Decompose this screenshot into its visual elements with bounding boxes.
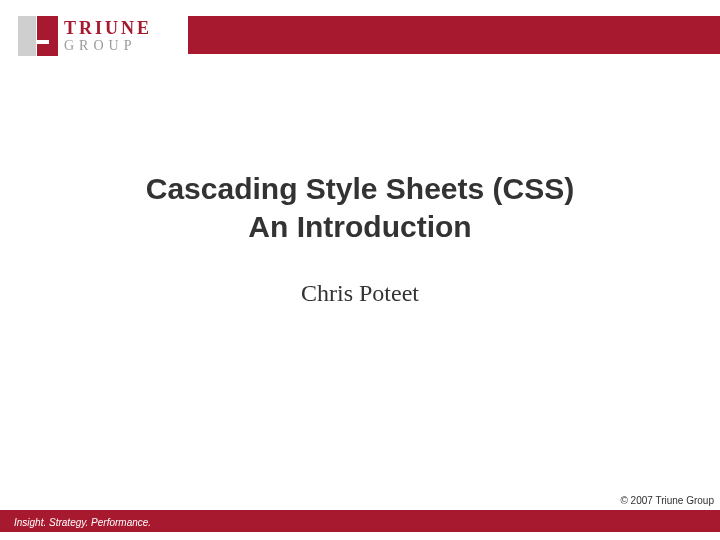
logo-mark-icon [18,16,58,56]
copyright-text: © 2007 Triune Group [620,495,714,506]
footer-tagline: Insight. Strategy. Performance. [14,517,151,528]
logo-text: TRIUNE GROUP [64,19,152,53]
header-bar [188,16,720,54]
title-line2: An Introduction [0,208,720,246]
title-line1: Cascading Style Sheets (CSS) [0,170,720,208]
logo-line2: GROUP [64,39,152,53]
logo-line1: TRIUNE [64,19,152,37]
company-logo: TRIUNE GROUP [18,12,178,60]
slide-title: Cascading Style Sheets (CSS) An Introduc… [0,170,720,245]
slide-author: Chris Poteet [0,280,720,307]
